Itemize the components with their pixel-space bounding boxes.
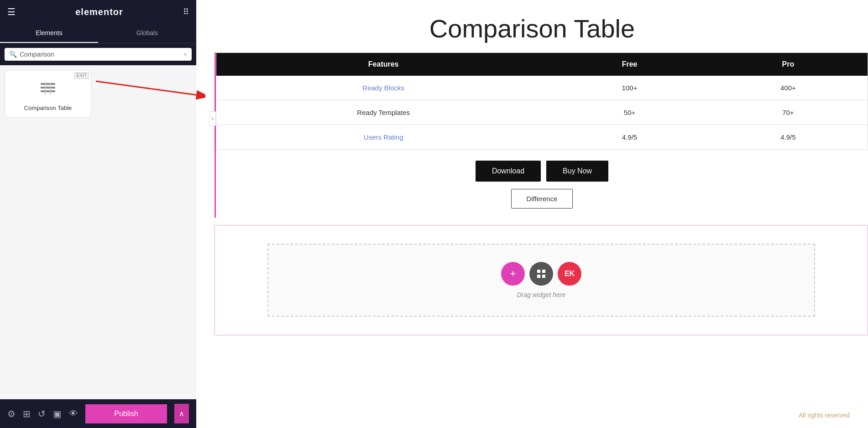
- svg-rect-8: [542, 270, 545, 273]
- search-icon: 🔍: [9, 51, 17, 58]
- comparison-section: ‹ Features Free Pro Ready Blocks 100+ 40…: [214, 52, 868, 218]
- action-buttons-row: Download Buy Now: [216, 150, 868, 189]
- widget-drop-section: + EK Drag widget here: [214, 225, 868, 335]
- footer-text: All rights reserved: [799, 412, 850, 419]
- widget-icon: [39, 79, 57, 101]
- comparison-table: Features Free Pro Ready Blocks 100+ 400+…: [216, 52, 868, 150]
- svg-rect-3: [45, 82, 46, 95]
- ek-widget-icon[interactable]: EK: [558, 262, 581, 286]
- chevron-up-icon[interactable]: ∧: [174, 404, 189, 423]
- svg-rect-2: [41, 90, 55, 92]
- clear-icon[interactable]: ×: [183, 51, 187, 58]
- exit-label[interactable]: EXIT: [74, 72, 89, 79]
- bottom-bar: ⚙ ⊞ ↺ ▣ 👁 Publish ∧: [0, 399, 196, 428]
- row3-pro: 4.9/5: [709, 125, 868, 150]
- svg-rect-10: [542, 275, 545, 278]
- row2-pro: 70+: [709, 100, 868, 125]
- table-row: Ready Blocks 100+ 400+: [216, 76, 868, 100]
- row3-feature: Users Rating: [216, 125, 551, 150]
- page-footer: All rights reserved: [196, 402, 868, 428]
- tab-elements[interactable]: Elements: [0, 24, 98, 43]
- table-header-row: Features Free Pro: [216, 53, 868, 76]
- collapse-handle[interactable]: ‹: [209, 111, 216, 126]
- sidebar: ☰ elementor ⠿ Elements Globals 🔍 × EXIT: [0, 0, 196, 428]
- tab-globals[interactable]: Globals: [98, 24, 196, 43]
- main-content: Comparison Table ‹ Features Free Pro Rea…: [196, 0, 868, 428]
- row2-free: 50+: [550, 100, 708, 125]
- svg-rect-0: [41, 83, 55, 85]
- elementor-logo: elementor: [75, 7, 123, 17]
- svg-rect-1: [41, 87, 55, 89]
- buy-now-button[interactable]: Buy Now: [546, 161, 608, 182]
- search-input[interactable]: [20, 51, 183, 58]
- comparison-table-widget[interactable]: EXIT Comparison Table: [5, 70, 91, 117]
- page-title-area: Comparison Table: [196, 0, 868, 52]
- svg-rect-4: [50, 82, 51, 95]
- publish-button[interactable]: Publish: [85, 404, 167, 423]
- col-free: Free: [550, 53, 708, 76]
- download-button[interactable]: Download: [476, 161, 541, 182]
- drop-icons-row: + EK: [501, 262, 581, 286]
- grid-widget-icon[interactable]: [529, 262, 553, 286]
- settings-icon[interactable]: ⚙: [7, 408, 16, 419]
- row2-feature: Ready Templates: [216, 100, 551, 125]
- drop-zone[interactable]: + EK Drag widget here: [267, 244, 815, 317]
- widget-area: EXIT Comparison Table: [0, 65, 196, 399]
- responsive-icon[interactable]: ▣: [53, 408, 62, 419]
- col-features: Features: [216, 53, 551, 76]
- layers-icon[interactable]: ⊞: [23, 408, 31, 419]
- svg-rect-9: [537, 275, 540, 278]
- col-pro: Pro: [709, 53, 868, 76]
- sidebar-header: ☰ elementor ⠿: [0, 0, 196, 24]
- row1-pro: 400+: [709, 76, 868, 100]
- difference-button[interactable]: Difference: [511, 189, 572, 209]
- drag-widget-text: Drag widget here: [517, 291, 566, 298]
- table-row: Ready Templates 50+ 70+: [216, 100, 868, 125]
- grid-icon[interactable]: ⠿: [183, 7, 189, 17]
- hamburger-icon[interactable]: ☰: [7, 6, 16, 17]
- history-icon[interactable]: ↺: [38, 408, 46, 419]
- widget-card-label: Comparison Table: [24, 104, 72, 111]
- add-widget-icon[interactable]: +: [501, 262, 525, 286]
- row1-feature: Ready Blocks: [216, 76, 551, 100]
- row1-free: 100+: [550, 76, 708, 100]
- sidebar-tabs: Elements Globals: [0, 24, 196, 43]
- difference-row: Difference: [216, 189, 868, 218]
- table-row: Users Rating 4.9/5 4.9/5: [216, 125, 868, 150]
- search-bar: 🔍 ×: [5, 48, 192, 61]
- row3-free: 4.9/5: [550, 125, 708, 150]
- page-title: Comparison Table: [196, 14, 868, 43]
- eye-icon[interactable]: 👁: [69, 408, 78, 419]
- svg-rect-7: [537, 270, 540, 273]
